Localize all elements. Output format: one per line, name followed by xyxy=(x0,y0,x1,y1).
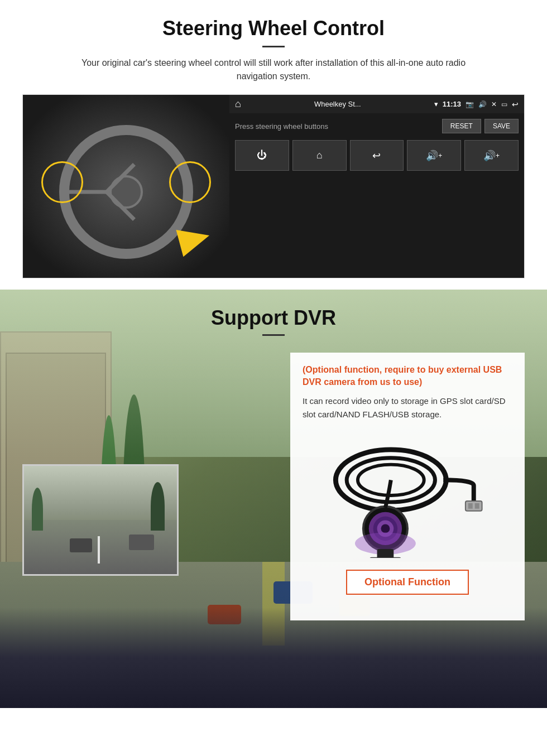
close-icon[interactable]: ✕ xyxy=(491,100,497,108)
dvr-lower: (Optional function, require to buy exter… xyxy=(22,353,525,620)
press-row: Press steering wheel buttons RESET SAVE xyxy=(235,119,519,133)
home-icon[interactable]: ⌂ xyxy=(235,98,241,110)
dvr-camera-preview xyxy=(22,464,179,576)
steering-section: Steering Wheel Control Your original car… xyxy=(0,0,547,290)
wifi-icon: ▾ xyxy=(434,100,438,108)
dvr-title-area: Support DVR xyxy=(22,306,525,336)
screen-btn-group: RESET SAVE xyxy=(442,119,519,133)
back-ctrl-btn[interactable]: ↩ xyxy=(350,140,404,171)
dvr-camera-image xyxy=(303,432,512,561)
press-label: Press steering wheel buttons xyxy=(235,122,328,131)
dvr-info-box: (Optional function, require to buy exter… xyxy=(290,353,525,620)
dvr-title-divider xyxy=(262,334,285,336)
optional-function-button[interactable]: Optional Function xyxy=(346,570,469,595)
svg-rect-12 xyxy=(377,549,394,558)
svg-rect-4 xyxy=(468,503,473,509)
title-divider xyxy=(262,46,285,47)
camera-preview-inner xyxy=(24,466,177,574)
road-view xyxy=(24,466,177,574)
screen-app-title: Wheelkey St... xyxy=(246,100,430,108)
volume-icon: 🔊 xyxy=(478,100,487,108)
dvr-camera-svg xyxy=(303,435,512,558)
screen-icon: ▭ xyxy=(501,100,507,108)
dvr-optional-text: (Optional function, require to buy exter… xyxy=(303,364,512,389)
svg-rect-3 xyxy=(466,501,482,511)
dvr-section: Support DVR xyxy=(0,290,547,708)
screen-time: 11:13 xyxy=(443,100,461,108)
save-button[interactable]: SAVE xyxy=(484,119,519,133)
vol-up-ctrl-btn[interactable]: 🔊+ xyxy=(407,140,461,171)
steering-image-container: ⌂ Wheelkey St... ▾ 11:13 📷 🔊 ✕ ▭ ↩ Press… xyxy=(22,94,525,278)
steering-photo-inner xyxy=(23,95,229,278)
yellow-circle-right xyxy=(169,161,211,203)
reset-button[interactable]: RESET xyxy=(442,119,481,133)
screen-topbar: ⌂ Wheelkey St... ▾ 11:13 📷 🔊 ✕ ▭ ↩ xyxy=(229,95,524,113)
yellow-circle-left xyxy=(41,161,83,203)
dvr-content: Support DVR xyxy=(0,290,547,637)
power-ctrl-btn[interactable]: ⏻ xyxy=(235,140,289,171)
screen-content: Press steering wheel buttons RESET SAVE … xyxy=(229,113,524,278)
svg-point-10 xyxy=(381,524,390,533)
steering-screen: ⌂ Wheelkey St... ▾ 11:13 📷 🔊 ✕ ▭ ↩ Press… xyxy=(229,95,524,278)
svg-rect-5 xyxy=(475,503,479,509)
wheel-hub xyxy=(109,175,143,209)
dvr-description: It can record video only to storage in G… xyxy=(303,394,512,421)
steering-title: Steering Wheel Control xyxy=(22,17,525,40)
dvr-title: Support DVR xyxy=(22,306,525,330)
home-ctrl-btn[interactable]: ⌂ xyxy=(292,140,347,171)
control-buttons: ⏻ ⌂ ↩ 🔊+ 🔊+ xyxy=(235,140,519,171)
steering-description: Your original car's steering wheel contr… xyxy=(64,56,483,83)
wheel-area xyxy=(37,108,215,264)
back-icon[interactable]: ↩ xyxy=(512,100,519,109)
camera-icon: 📷 xyxy=(466,100,474,108)
svg-rect-13 xyxy=(369,557,402,558)
vol-down-ctrl-btn[interactable]: 🔊+ xyxy=(464,140,519,171)
steering-photo xyxy=(23,95,229,278)
